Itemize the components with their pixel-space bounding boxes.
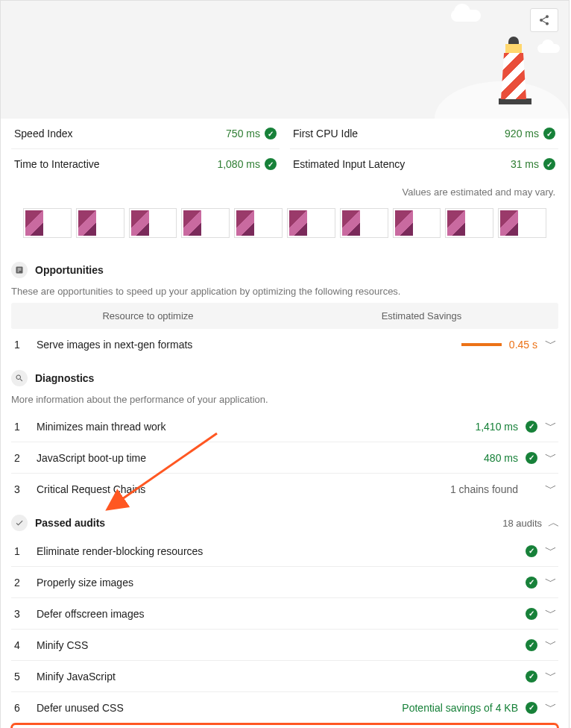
pass-icon: ✓ xyxy=(526,452,537,464)
pass-icon: ✓ xyxy=(526,545,537,557)
diagnostic-row[interactable]: 2 JavaScript boot-up time 480 ms ✓ ﹀ xyxy=(11,442,558,474)
audit-index: 1 xyxy=(14,421,29,433)
metric-row: First CPU Idle 920 ms ✓ xyxy=(290,118,558,148)
passed-audits-header[interactable]: Passed audits 18 audits ︿ xyxy=(11,510,558,536)
chevron-down-icon[interactable]: ﹀ xyxy=(545,606,555,621)
col-savings: Estimated Savings xyxy=(285,310,558,321)
filmstrip-frame xyxy=(76,208,124,238)
metric-label: Estimated Input Latency xyxy=(293,158,405,170)
share-button[interactable] xyxy=(530,8,558,32)
opportunities-columns: Resource to optimize Estimated Savings xyxy=(11,303,558,329)
passed-audits-title: Passed audits xyxy=(35,517,105,529)
col-resource: Resource to optimize xyxy=(11,310,285,321)
pass-icon: ✓ xyxy=(526,639,537,651)
audit-title: Defer unused CSS xyxy=(37,702,394,714)
audit-title: Eliminate render-blocking resources xyxy=(37,545,518,557)
passed-audit-row[interactable]: 4 Minify CSS ✓ ﹀ xyxy=(11,630,558,661)
opportunities-section: Opportunities These are opportunities to… xyxy=(1,251,569,360)
passed-audit-row[interactable]: 2 Properly size images ✓ ﹀ xyxy=(11,567,558,598)
metric-value: 31 ms ✓ xyxy=(511,158,555,170)
filmstrip-frame xyxy=(181,208,230,238)
audit-title: Critical Request Chains xyxy=(37,483,443,495)
diagnostic-value: 1,410 ms xyxy=(475,421,518,433)
opportunities-icon xyxy=(11,262,28,278)
passed-audit-row[interactable]: 5 Minify JavaScript ✓ ﹀ xyxy=(11,661,558,692)
pass-icon: ✓ xyxy=(543,158,555,170)
passed-audit-row[interactable]: 3 Defer offscreen images ✓ ﹀ xyxy=(11,598,558,630)
estimated-note: Values are estimated and may vary. xyxy=(1,179,569,202)
filmstrip-frame xyxy=(23,208,72,238)
passed-audit-row[interactable]: 1 Eliminate render-blocking resources ✓ … xyxy=(11,536,558,567)
pass-icon: ✓ xyxy=(526,608,537,620)
diagnostics-section: Diagnostics More information about the p… xyxy=(1,360,569,504)
chevron-down-icon[interactable]: ﹀ xyxy=(545,700,555,715)
opportunities-desc: These are opportunities to speed up your… xyxy=(11,283,558,303)
chevron-down-icon[interactable]: ﹀ xyxy=(545,543,555,559)
cloud-decoration xyxy=(451,10,481,22)
diagnostics-title: Diagnostics xyxy=(35,372,94,384)
audit-title: JavaScript boot-up time xyxy=(37,452,476,464)
metric-value: 750 ms ✓ xyxy=(226,128,277,139)
filmstrip-frame xyxy=(287,208,335,238)
filmstrip-frame xyxy=(129,208,177,238)
metric-row: Estimated Input Latency 31 ms ✓ xyxy=(290,148,558,179)
opportunity-row[interactable]: 1 Serve images in next-gen formats 0.45 … xyxy=(11,329,558,360)
share-icon xyxy=(538,14,550,26)
chevron-down-icon[interactable]: ﹀ xyxy=(545,450,555,465)
diagnostic-value: 1 chains found xyxy=(450,483,518,495)
pass-icon: ✓ xyxy=(526,421,537,433)
report-hero xyxy=(1,1,569,119)
cloud-decoration xyxy=(537,44,560,53)
passed-count: 18 audits xyxy=(502,518,542,529)
diagnostics-desc: More information about the performance o… xyxy=(11,391,558,411)
metric-row: Time to Interactive 1,080 ms ✓ xyxy=(11,148,280,179)
audit-title: Minimizes main thread work xyxy=(37,421,467,433)
pass-icon: ✓ xyxy=(265,158,277,170)
audit-title: Minify JavaScript xyxy=(37,671,518,682)
diagnostic-row[interactable]: 3 Critical Request Chains 1 chains found… xyxy=(11,474,558,504)
lighthouse-icon xyxy=(499,37,529,104)
chevron-down-icon[interactable]: ﹀ xyxy=(545,637,555,653)
pass-icon: ✓ xyxy=(526,577,537,589)
pass-icon: ✓ xyxy=(543,128,555,139)
savings-bar xyxy=(461,343,502,346)
audit-title: Minify CSS xyxy=(37,639,518,651)
chevron-down-icon[interactable]: ﹀ xyxy=(545,336,555,352)
audit-index: 5 xyxy=(14,671,29,682)
filmstrip-frame xyxy=(445,208,493,238)
filmstrip-frame xyxy=(498,208,546,238)
metric-value: 1,080 ms ✓ xyxy=(217,158,277,170)
audit-index: 1 xyxy=(14,545,29,557)
metric-value: 920 ms ✓ xyxy=(505,128,555,139)
check-icon xyxy=(11,515,28,531)
metric-label: Speed Index xyxy=(14,128,73,139)
audit-index: 3 xyxy=(14,483,29,495)
savings-value: 0.45 s xyxy=(509,339,537,351)
audit-index: 2 xyxy=(14,452,29,464)
diagnostic-row[interactable]: 1 Minimizes main thread work 1,410 ms ✓ … xyxy=(11,411,558,442)
audit-title: Serve images in next-gen formats xyxy=(37,339,454,351)
metric-label: Time to Interactive xyxy=(14,158,100,170)
passed-audit-row[interactable]: 7 Efficiently encode images ✓ ﹀ xyxy=(11,724,558,728)
chevron-down-icon[interactable]: ﹀ xyxy=(545,574,555,590)
passed-audits-section: Passed audits 18 audits ︿ 1 Eliminate re… xyxy=(1,504,569,728)
chevron-down-icon[interactable]: ﹀ xyxy=(545,668,555,684)
diagnostics-icon xyxy=(11,370,28,386)
filmstrip-frame xyxy=(234,208,283,238)
filmstrip xyxy=(1,202,569,251)
chevron-up-icon[interactable]: ︿ xyxy=(548,515,558,531)
pass-icon: ✓ xyxy=(526,702,537,714)
filmstrip-frame xyxy=(393,208,441,238)
metric-label: First CPU Idle xyxy=(293,128,358,139)
audit-title: Defer offscreen images xyxy=(37,608,518,620)
pass-icon: ✓ xyxy=(526,671,537,682)
chevron-down-icon[interactable]: ﹀ xyxy=(545,481,555,497)
filmstrip-frame xyxy=(340,208,388,238)
metric-row: Speed Index 750 ms ✓ xyxy=(11,118,280,148)
chevron-down-icon[interactable]: ﹀ xyxy=(545,418,555,434)
audit-title: Properly size images xyxy=(37,577,518,589)
diagnostic-value: 480 ms xyxy=(484,452,518,464)
passed-audit-row[interactable]: 6 Defer unused CSS Potential savings of … xyxy=(11,692,558,724)
audit-extra: Potential savings of 4 KB xyxy=(402,702,518,714)
audit-index: 4 xyxy=(14,639,29,651)
